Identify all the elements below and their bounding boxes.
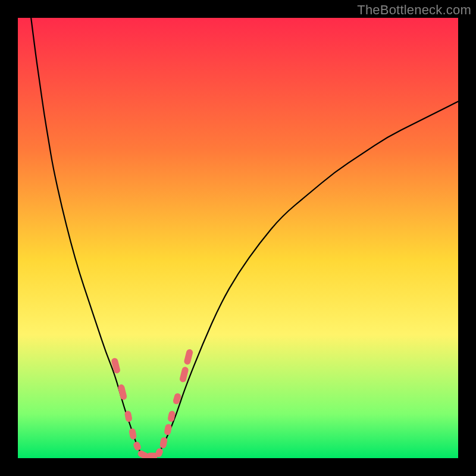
plot-area <box>18 18 458 458</box>
highlight-dash <box>183 370 186 379</box>
watermark-label: TheBottleneck.com <box>357 2 471 18</box>
highlight-dash <box>187 352 190 361</box>
highlight-dash <box>132 432 133 436</box>
highlight-dash <box>141 454 145 456</box>
bottleneck-curve-chart <box>18 18 458 458</box>
highlight-dash <box>137 445 137 447</box>
highlight-dash <box>115 361 117 370</box>
highlight-dash <box>176 396 177 400</box>
highlight-dash <box>128 414 129 418</box>
outer-frame: TheBottleneck.com <box>0 0 476 476</box>
highlight-dash <box>168 427 168 431</box>
highlight-dash <box>171 414 172 418</box>
highlight-dash <box>159 452 159 454</box>
gradient-background <box>18 18 458 458</box>
highlight-dash <box>163 440 164 444</box>
highlight-dash <box>121 388 124 397</box>
